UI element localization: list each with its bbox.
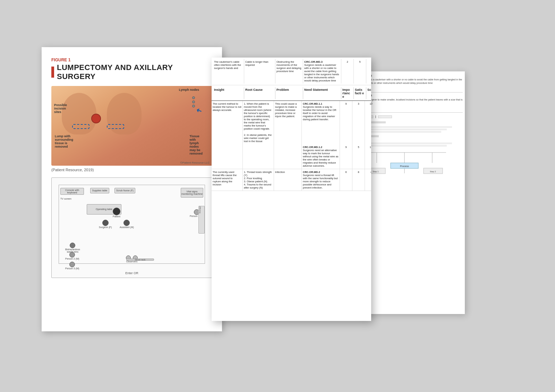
need1-code: CRC.OR.MD.1.1 — [303, 102, 322, 105]
vital-signs-item: Vital signs monitoring machine — [181, 188, 203, 198]
assistant-label: Assistant (M) — [120, 226, 134, 228]
row2-rootcause: 1. Thread loses strength (Y) 2. Poor kno… — [243, 169, 274, 191]
supplies-label: Supplies table — [92, 189, 108, 192]
partial-text: Surgeon needs a cauteriser with a shorte… — [304, 63, 339, 82]
crc-or-md4-numbers: 8 5 11 — [356, 105, 463, 109]
scrub-nurse-item: Scrub Nurse (F) — [114, 188, 135, 193]
th-need: Need Statement — [303, 87, 341, 99]
row1b-rootcause-empty — [243, 144, 274, 169]
crc-or-md3-text: Surgeon needs a cauteriser with a shorte… — [356, 78, 463, 85]
svg-text:Process: Process — [400, 165, 409, 167]
flow-row-1 — [356, 115, 463, 118]
row2-score: 4 — [365, 169, 371, 191]
figure-title-row: LUMPECTOMY AND AXILLARY SURGERY — [51, 63, 212, 81]
biohazardous-item: Biohazardouswaste bins — [65, 243, 80, 253]
flow-text-block-2 — [356, 142, 463, 147]
storage-label: Storage — [199, 206, 201, 215]
row2-need: CRC.OR.MD.2 Surgeons need a thread lift … — [302, 169, 340, 191]
row2-impo: 6 — [340, 169, 352, 191]
th-rootcause: Root Cause — [244, 87, 275, 99]
table-row-1a: The current method to localize the tumou… — [212, 101, 371, 144]
tv-screen-label: TV screen — [60, 198, 71, 200]
lump-label: Lump withsurroundingtissue isremoved — [55, 134, 73, 148]
th-insight: Insight — [213, 87, 244, 99]
figure-title: LUMPECTOMY AND AXILLARY SURGERY — [57, 63, 212, 81]
row2-satis: 8 — [352, 169, 365, 191]
row1b-problem-empty — [274, 144, 302, 169]
crc-or-md3-block: CRC.OR.MD.3 Surgeon needs a cauteriser w… — [356, 74, 463, 90]
crc-or-md4-code: CRC.OR.MD.4 — [356, 94, 463, 97]
console-label: Console withkeyboard — [65, 189, 79, 194]
copyright-label: ©Patient Resource LLC — [180, 161, 210, 164]
partial-satis: 5 — [354, 59, 366, 84]
partial-col4: CRC.OR.MD.3 Surgeon needs a cauteriser w… — [303, 59, 341, 84]
flow-line-1 — [375, 115, 376, 118]
need3-code: CRC.OR.MD.2 — [303, 171, 320, 174]
lymph-nodes-label: Lymph nodes — [179, 88, 199, 92]
th-impo: Impo rtanc e — [341, 87, 354, 99]
row1-problem: This could cause a surgeon to make a mis… — [274, 101, 302, 144]
partial-score: -1 — [366, 59, 371, 84]
enter-or-label: Enter OR — [52, 271, 212, 275]
surgeon-label: Surgeon (F) — [99, 226, 112, 228]
svg-text:Step 2: Step 2 — [430, 171, 436, 173]
row1-satis2: 5 — [352, 144, 365, 169]
flow-row-2: ■ — [356, 119, 463, 125]
flow-row-3: ■ — [356, 135, 463, 141]
table-row-2: The currently used thread lifts cause th… — [212, 169, 371, 191]
flow-content: ■ ■ — [356, 115, 463, 177]
crc-or-md4-text: Enable the surgeon to make smaller, loca… — [356, 98, 463, 105]
console-item: Console withkeyboard — [60, 188, 84, 195]
flow-text-block — [356, 126, 463, 133]
row1-insight: The current method to localize the tumou… — [212, 101, 243, 144]
caption: (Patient Resource, 2019) — [51, 168, 212, 172]
row2-problem: Infection — [274, 169, 302, 191]
table-header: Insight Root Cause Problem Need Statemen… — [212, 85, 371, 101]
patient-item: Patient — [113, 208, 120, 218]
or-room-inner: Console withkeyboard Supplies table Scru… — [59, 185, 205, 264]
crc-or-md3-code: CRC.OR.MD.3 — [356, 74, 463, 78]
vital-signs-label: Vital signs monitoring machine — [181, 190, 203, 195]
partial-col2: Cable is longer than required — [244, 59, 275, 84]
row1-need2: CRC.OR.MD.1.2 Surgeons need an alternati… — [302, 144, 340, 169]
th-problem: Problem — [275, 87, 303, 99]
supplies-table-item: Supplies table — [90, 188, 109, 193]
far-right-content: CRC.OR.MD.3 Surgeon needs a cauteriser w… — [356, 74, 463, 177]
partial-impo: 2 — [341, 59, 354, 84]
row2-insight: The currently used thread lifts cause th… — [212, 169, 243, 191]
row1-rootcause: 1. When the patient is moved from the ul… — [243, 101, 274, 144]
tissue-lymph-label: Tissuewithlymphnodesmay beremoved — [189, 134, 203, 155]
possible-incision-label: Possibleincisionsites — [54, 103, 67, 114]
figure-label: FIGURE 1 — [51, 58, 212, 62]
row1-score2: 13 — [365, 144, 371, 169]
storage-item: Storage — [198, 206, 205, 234]
main-table-document: The cauteriser's cable often interferes … — [212, 58, 371, 321]
row1-impo1: 9 — [340, 101, 352, 144]
left-document: FIGURE 1 LUMPECTOMY AND AXILLARY SURGERY — [42, 47, 222, 331]
tv-screen-item: TV screen — [60, 198, 71, 200]
person3-label: Person 3 (M) — [65, 267, 79, 270]
person3-item: Person 3 (M) — [65, 262, 79, 270]
row1-impo2: 9 — [340, 144, 352, 169]
title-bar-decoration — [51, 67, 54, 78]
th-score: Scor e — [366, 87, 371, 99]
need2-code: CRC.OR.MD.1.2 — [303, 146, 322, 149]
row1-satis1: 3 — [352, 101, 365, 144]
svg-text:Step 1: Step 1 — [373, 171, 379, 173]
crc-or-md4-block: CRC.OR.MD.4 Enable the surgeon to make s… — [356, 94, 463, 110]
surgeon-item: Surgeon (F) — [99, 220, 112, 228]
flow-diagram-area: ■ ■ — [356, 115, 463, 177]
top-partial-grid: The cauteriser's cable often interferes … — [213, 59, 370, 84]
medical-illustration: ➜ Lymph nodes Possibleincisionsites Lump… — [51, 86, 212, 166]
partial-code: CRC.OR.MD.3 — [304, 60, 323, 63]
assistant-item: Assistant (M) — [120, 220, 134, 228]
stool-rack-item: Stool rack — [126, 259, 154, 261]
row1-need1: CRC.OR.MD.1.1 Surgeons needs a way to lo… — [302, 101, 340, 144]
person2-label: Person 2 (M) — [65, 258, 79, 260]
table-row-1b: CRC.OR.MD.1.2 Surgeons need an alternati… — [212, 144, 371, 169]
top-partial-row: The cauteriser's cable often interferes … — [212, 58, 371, 85]
partial-col3: Obstructing the movements of the surgeon… — [275, 59, 303, 84]
patient-label: Patient — [113, 215, 120, 218]
table-row-1: The current method to localize the tumou… — [212, 101, 371, 169]
or-diagram: Console withkeyboard Supplies table Scru… — [51, 177, 212, 278]
